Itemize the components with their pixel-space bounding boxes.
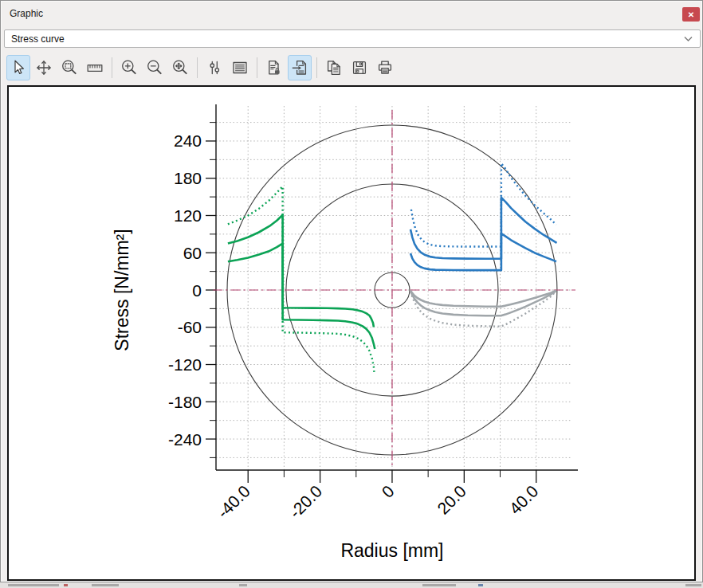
toolbar-button-zoom-window[interactable] <box>57 55 81 80</box>
svg-text:0: 0 <box>192 281 202 300</box>
grid <box>216 106 571 470</box>
toolbar-button-measure[interactable] <box>83 55 107 80</box>
toolbar-button-zoom-out[interactable] <box>143 55 167 80</box>
zoom-fit-icon <box>171 58 190 77</box>
close-icon: ✕ <box>688 10 694 19</box>
print-icon <box>375 58 395 77</box>
cursor-icon <box>9 58 28 77</box>
x-axis-label: Radius [mm] <box>340 540 443 561</box>
svg-text:-20.0: -20.0 <box>285 482 325 522</box>
graphic-type-dropdown[interactable]: Stress curve <box>4 29 701 48</box>
svg-text:40.0: 40.0 <box>505 482 541 518</box>
series-equivalent-stress-min <box>410 233 556 270</box>
svg-text:60: 60 <box>183 244 202 262</box>
stress-curve-chart: 240180120600-60-120-180-240-40.0-20.0020… <box>9 87 694 579</box>
toolbar-separator <box>112 57 112 78</box>
zoom-out-icon <box>145 58 164 77</box>
document-arrow-icon <box>290 58 309 77</box>
page-title: Graphic <box>10 8 43 19</box>
toolbar-button-save[interactable] <box>348 55 371 80</box>
toolbar-button-lock-graphic[interactable] <box>262 55 286 80</box>
svg-text:20.0: 20.0 <box>434 482 469 518</box>
y-axis-label: Stress [N/mm²] <box>112 229 132 351</box>
svg-text:240: 240 <box>174 131 202 150</box>
toolbar <box>6 52 699 84</box>
copy-icon <box>324 58 344 77</box>
graphic-window: Graphic ✕ Stress curve 240180120600-60-1… <box>0 0 703 582</box>
chevron-down-icon <box>683 36 693 42</box>
toolbar-button-pin-graphic[interactable] <box>288 55 312 80</box>
close-button[interactable]: ✕ <box>682 7 700 22</box>
ruler-icon <box>85 58 104 77</box>
series-radial-stress-min <box>410 291 556 307</box>
sliders-icon <box>205 58 224 77</box>
document-lock-icon <box>265 58 284 77</box>
title-bar: Graphic ✕ <box>1 1 702 27</box>
toolbar-button-curve-settings[interactable] <box>202 55 226 80</box>
graphic-type-value: Stress curve <box>11 33 683 45</box>
toolbar-button-copy[interactable] <box>322 55 346 80</box>
toolbar-button-show-report[interactable] <box>228 55 252 80</box>
toolbar-button-select[interactable] <box>6 55 30 80</box>
svg-text:180: 180 <box>174 169 202 187</box>
toolbar-button-pan[interactable] <box>32 55 56 80</box>
svg-text:120: 120 <box>174 206 202 225</box>
move-icon <box>34 58 53 77</box>
series-tangential-stress-min <box>228 244 374 327</box>
centerlines <box>213 110 575 468</box>
svg-text:-180: -180 <box>168 393 202 411</box>
svg-text:-60: -60 <box>178 318 202 336</box>
toolbar-button-print[interactable] <box>373 55 397 80</box>
svg-text:-120: -120 <box>168 355 202 374</box>
toolbar-button-zoom-fit[interactable] <box>168 55 192 80</box>
desktop-sliver <box>0 582 703 588</box>
toolbar-separator <box>316 57 317 78</box>
save-icon <box>350 58 369 77</box>
text-lines-icon <box>230 58 249 77</box>
toolbar-button-zoom-in[interactable] <box>117 55 141 80</box>
svg-text:-240: -240 <box>168 430 202 449</box>
zoom-in-icon <box>120 58 139 77</box>
svg-text:0: 0 <box>378 482 398 502</box>
zoom-selection-icon <box>60 58 79 77</box>
chart-panel[interactable]: 240180120600-60-120-180-240-40.0-20.0020… <box>7 85 696 581</box>
toolbar-separator <box>197 57 198 78</box>
toolbar-separator <box>257 57 257 78</box>
svg-text:-40.0: -40.0 <box>214 482 253 522</box>
